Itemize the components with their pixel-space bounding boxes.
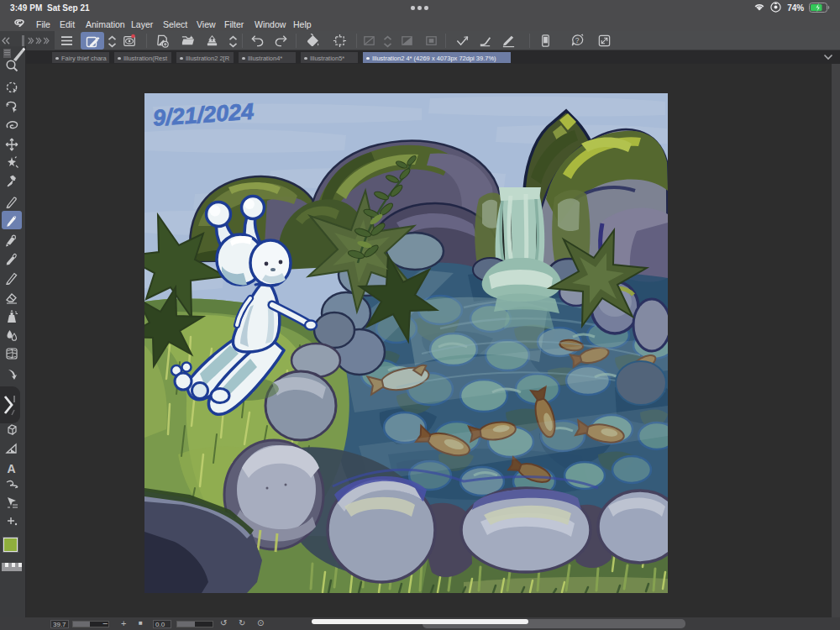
svg-text:A: A xyxy=(8,462,16,475)
svg-text:?: ? xyxy=(575,36,580,45)
